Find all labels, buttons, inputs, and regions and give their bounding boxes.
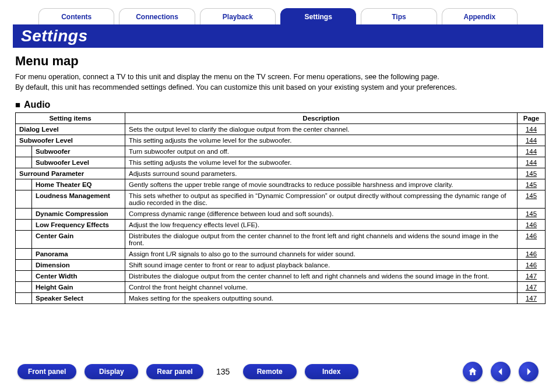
setting-subitem: Center Gain: [32, 231, 125, 249]
tab-tips[interactable]: Tips: [361, 8, 437, 24]
table-header-row: Setting items Description Page: [16, 113, 546, 124]
setting-page-link[interactable]: 147: [518, 271, 546, 282]
setting-page-link[interactable]: 145: [518, 179, 546, 190]
intro-line2: By default, this unit has recommended se…: [15, 83, 457, 91]
table-row: DimensionShift sound image center to fro…: [16, 260, 546, 271]
tab-contents[interactable]: Contents: [38, 8, 114, 24]
table-row: Low Frequency EffectsAdjust the low freq…: [16, 220, 546, 231]
table-row: Home Theater EQGently softens the upper …: [16, 179, 546, 190]
table-row: Surround ParameterAdjusts surround sound…: [16, 168, 546, 179]
indent-cell: [16, 157, 32, 168]
setting-subitem: Subwoofer Level: [32, 157, 125, 168]
home-icon[interactable]: [463, 362, 483, 382]
setting-description: Compress dynamic range (difference betwe…: [125, 209, 518, 220]
setting-description: Distributes the dialogue output from the…: [125, 231, 518, 249]
setting-subitem: Dimension: [32, 260, 125, 271]
tab-settings[interactable]: Settings: [280, 8, 356, 24]
setting-page-link[interactable]: 144: [518, 146, 546, 157]
setting-subitem: Speaker Select: [32, 293, 125, 304]
indent-cell: [16, 146, 32, 157]
display-button[interactable]: Display: [85, 364, 138, 379]
table-row: Dynamic CompressionCompress dynamic rang…: [16, 209, 546, 220]
setting-description: Gently softens the upper treble range of…: [125, 179, 518, 190]
setting-description: Adjust the low frequency effects level (…: [125, 220, 518, 231]
section-title: Menu map: [15, 54, 543, 69]
setting-page-link[interactable]: 144: [518, 135, 546, 146]
table-row: Subwoofer LevelThis setting adjusts the …: [16, 135, 546, 146]
table-row: SubwooferTurn subwoofer output on and of…: [16, 146, 546, 157]
indent-cell: [16, 190, 32, 209]
th-page: Page: [518, 113, 546, 124]
page-title-band: Settings: [13, 24, 543, 48]
table-row: Loudness ManagementThis sets whether to …: [16, 190, 546, 209]
table-row: PanoramaAssign front L/R signals to also…: [16, 249, 546, 260]
intro-text: For menu operation, connect a TV to this…: [15, 72, 541, 93]
setting-page-link[interactable]: 144: [518, 124, 546, 135]
setting-page-link[interactable]: 145: [518, 168, 546, 179]
table-row: Dialog LevelSets the output level to cla…: [16, 124, 546, 135]
setting-description: This setting adjusts the volume level fo…: [125, 135, 518, 146]
table-row: Center GainDistributes the dialogue outp…: [16, 231, 546, 249]
indent-cell: [16, 231, 32, 249]
setting-description: Makes setting for the speakers outputtin…: [125, 293, 518, 304]
setting-page-link[interactable]: 144: [518, 157, 546, 168]
th-description: Description: [125, 113, 518, 124]
settings-table: Setting items Description Page Dialog Le…: [15, 112, 546, 304]
setting-description: Shift sound image center to front or rea…: [125, 260, 518, 271]
setting-item: Subwoofer Level: [16, 135, 125, 146]
indent-cell: [16, 179, 32, 190]
tab-playback[interactable]: Playback: [200, 8, 276, 24]
setting-subitem: Subwoofer: [32, 146, 125, 157]
tab-appendix[interactable]: Appendix: [442, 8, 518, 24]
remote-button[interactable]: Remote: [243, 364, 297, 379]
setting-page-link[interactable]: 146: [518, 260, 546, 271]
index-button[interactable]: Index: [305, 364, 358, 379]
setting-description: Assign front L/R signals to also go to t…: [125, 249, 518, 260]
setting-page-link[interactable]: 147: [518, 293, 546, 304]
indent-cell: [16, 249, 32, 260]
setting-page-link[interactable]: 147: [518, 282, 546, 293]
indent-cell: [16, 271, 32, 282]
table-row: Subwoofer LevelThis setting adjusts the …: [16, 157, 546, 168]
setting-page-link[interactable]: 146: [518, 220, 546, 231]
setting-subitem: Loudness Management: [32, 190, 125, 209]
setting-item: Surround Parameter: [16, 168, 125, 179]
page-number: 135: [212, 367, 235, 376]
top-tabs: Contents Connections Playback Settings T…: [13, 8, 543, 24]
table-row: Height GainControl the front height chan…: [16, 282, 546, 293]
setting-subitem: Dynamic Compression: [32, 209, 125, 220]
table-row: Center WidthDistributes the dialogue out…: [16, 271, 546, 282]
setting-description: This sets whether to output as specified…: [125, 190, 518, 209]
setting-description: Turn subwoofer output on and off.: [125, 146, 518, 157]
indent-cell: [16, 209, 32, 220]
indent-cell: [16, 293, 32, 304]
audio-heading: Audio: [15, 100, 543, 110]
front-panel-button[interactable]: Front panel: [17, 364, 76, 379]
next-icon[interactable]: [519, 362, 539, 382]
footer: Front panel Display Rear panel 135 Remot…: [0, 362, 556, 382]
setting-item: Dialog Level: [16, 124, 125, 135]
setting-subitem: Height Gain: [32, 282, 125, 293]
setting-page-link[interactable]: 146: [518, 249, 546, 260]
setting-page-link[interactable]: 145: [518, 209, 546, 220]
prev-icon[interactable]: [491, 362, 511, 382]
intro-line1: For menu operation, connect a TV to this…: [15, 73, 439, 81]
setting-description: Adjusts surround sound parameters.: [125, 168, 518, 179]
setting-description: Control the front height channel volume.: [125, 282, 518, 293]
indent-cell: [16, 282, 32, 293]
setting-subitem: Center Width: [32, 271, 125, 282]
setting-page-link[interactable]: 146: [518, 231, 546, 249]
tab-connections[interactable]: Connections: [119, 8, 195, 24]
setting-subitem: Panorama: [32, 249, 125, 260]
rear-panel-button[interactable]: Rear panel: [146, 364, 203, 379]
indent-cell: [16, 260, 32, 271]
indent-cell: [16, 220, 32, 231]
setting-subitem: Home Theater EQ: [32, 179, 125, 190]
setting-page-link[interactable]: 145: [518, 190, 546, 209]
setting-subitem: Low Frequency Effects: [32, 220, 125, 231]
setting-description: Distributes the dialogue output from the…: [125, 271, 518, 282]
table-row: Speaker SelectMakes setting for the spea…: [16, 293, 546, 304]
setting-description: Sets the output level to clarify the dia…: [125, 124, 518, 135]
setting-description: This setting adjusts the volume level fo…: [125, 157, 518, 168]
th-setting-items: Setting items: [16, 113, 125, 124]
